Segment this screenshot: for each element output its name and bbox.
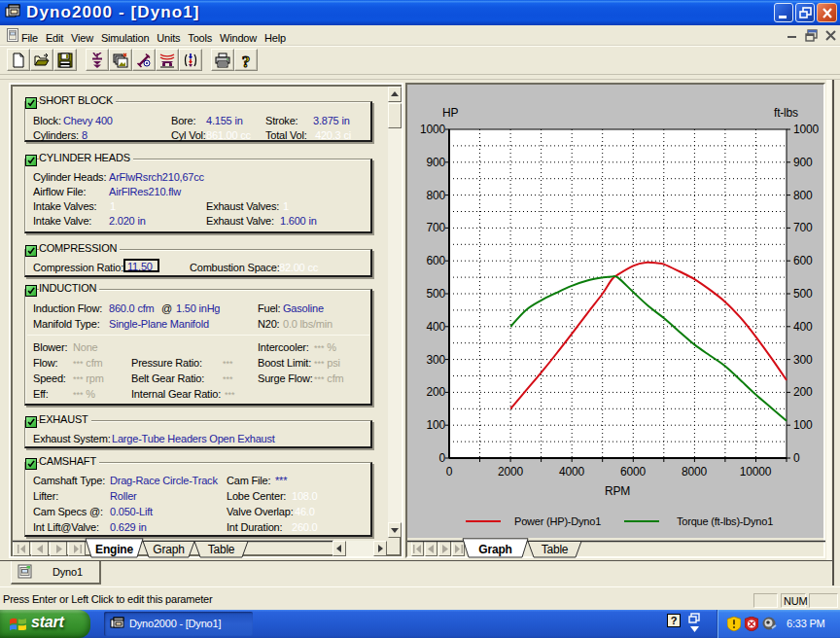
svg-text:Graph: Graph: [478, 543, 511, 556]
svg-text:Table: Table: [542, 543, 569, 556]
